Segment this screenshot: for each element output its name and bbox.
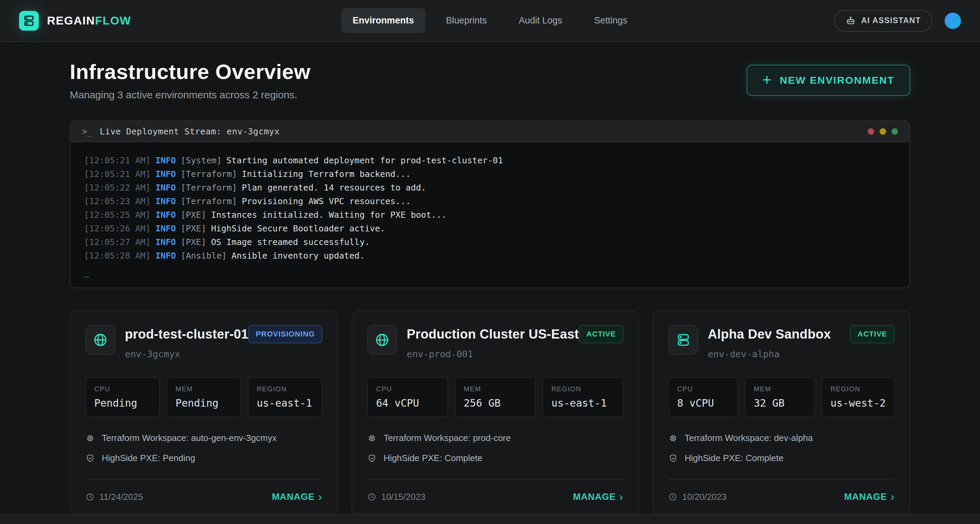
created-date-text: 10/15/2023 [381,492,425,502]
log-tag: [Ansible] [181,251,227,261]
log-message: Plan generated. 14 resources to add. [242,183,426,193]
environment-card-alpha-dev-sandbox: Alpha Dev Sandbox ACTIVE env-dev-alpha C… [653,310,910,516]
main-content: Infrastructure Overview Managing 3 activ… [0,42,980,516]
user-avatar[interactable] [945,13,961,29]
pxe-status-text: HighSide PXE: Complete [685,453,783,463]
log-message: Provisioning AWS VPC resources... [242,196,411,206]
stat-value: us-east-1 [256,397,313,409]
window-dot-green-icon[interactable] [891,128,898,135]
brand[interactable]: REGAINFLOW [19,11,131,30]
manage-link[interactable]: MANAGE › [573,491,624,502]
card-header-main: prod-test-cluster-01 PROVISIONING env-3g… [125,325,322,359]
terraform-workspace-row: Terraform Workspace: dev-alpha [668,433,894,443]
stat-value: 32 GB [754,397,806,409]
stat-label: REGION [256,385,313,393]
plus-icon: + [762,72,772,88]
log-timestamp: [12:05:27 AM] [84,237,151,247]
terminal-prompt-icon: >_ [82,127,92,137]
manage-label: MANAGE [272,492,315,502]
stat-cpu: CPU 8 vCPU [668,377,738,417]
terraform-workspace-row: Terraform Workspace: prod-core [367,433,624,443]
stat-label: MEM [464,385,527,393]
environment-cards: prod-test-cluster-01 PROVISIONING env-3g… [70,310,910,516]
stats-row: CPU Pending MEM Pending REGION us-east-1 [86,377,322,417]
page-title: Infrastructure Overview [70,59,311,84]
brand-logo-server-icon [19,11,39,30]
main-nav: Environments Blueprints Audit Logs Setti… [341,8,639,33]
stats-row: CPU 8 vCPU MEM 32 GB REGION us-west-2 [668,377,894,417]
stat-value: Pending [176,397,232,409]
log-tag: [PXE] [181,210,206,220]
chip-icon [86,433,95,443]
window-dot-red-icon[interactable] [868,128,874,135]
brand-name-accent: FLOW [95,14,131,27]
chevron-right-icon: › [318,491,322,502]
log-line: [12:05:28 AM]INFO[Ansible]Ansible invent… [84,249,896,263]
card-header: Production Cluster US-East ACTIVE env-pr… [367,325,624,359]
chip-icon [668,433,678,443]
nav-item-settings[interactable]: Settings [582,8,639,33]
new-environment-button[interactable]: + NEW ENVIRONMENT [746,65,910,96]
environment-name: prod-test-cluster-01 [125,327,248,342]
stat-value: 8 vCPU [677,397,729,409]
window-dot-yellow-icon[interactable] [880,128,886,135]
brand-name: REGAINFLOW [47,14,131,27]
nav-item-environments[interactable]: Environments [341,8,425,33]
card-header-main: Production Cluster US-East ACTIVE env-pr… [407,325,624,359]
chevron-right-icon: › [891,491,894,502]
terminal-title: Live Deployment Stream: env-3gcmyx [100,127,280,137]
log-timestamp: [12:05:28 AM] [84,251,151,261]
log-level: INFO [156,156,176,166]
new-environment-label: NEW ENVIRONMENT [780,75,895,86]
created-date: 11/24/2025 [86,492,143,502]
manage-link[interactable]: MANAGE › [844,491,894,502]
stat-region: REGION us-west-2 [821,377,894,417]
stat-label: REGION [551,385,614,393]
brand-name-primary: REGAIN [47,14,95,27]
log-timestamp: [12:05:22 AM] [84,183,151,193]
stat-value: 64 vCPU [376,397,439,409]
status-badge: ACTIVE [579,325,624,343]
stat-label: CPU [376,385,439,393]
status-badge: PROVISIONING [248,325,322,343]
log-line: [12:05:26 AM]INFO[PXE]HighSide Secure Bo… [84,222,896,236]
stat-value: 256 GB [464,397,527,409]
manage-label: MANAGE [844,492,887,502]
log-line: [12:05:22 AM]INFO[Terraform]Plan generat… [84,181,896,194]
nav-item-audit-logs[interactable]: Audit Logs [507,8,574,33]
manage-link[interactable]: MANAGE › [272,491,322,502]
created-date: 10/20/2023 [668,492,727,502]
chevron-right-icon: › [619,491,624,502]
top-bar: REGAINFLOW Environments Blueprints Audit… [0,0,980,42]
pxe-status-row: HighSide PXE: Complete [367,453,624,463]
card-footer: 10/15/2023 MANAGE › [367,479,624,502]
terraform-workspace-row: Terraform Workspace: auto-gen-env-3gcmyx [86,433,322,443]
terminal-body: [12:05:21 AM]INFO[System]Starting automa… [70,142,910,288]
terminal-cursor: _ [84,268,896,277]
nav-item-blueprints[interactable]: Blueprints [434,8,498,33]
log-message: HighSide Secure Bootloader active. [211,223,385,233]
stat-region: REGION us-east-1 [542,377,624,417]
log-timestamp: [12:05:21 AM] [84,169,151,179]
card-footer: 11/24/2025 MANAGE › [86,479,322,502]
card-footer: 10/20/2023 MANAGE › [668,479,894,502]
terminal-header: >_ Live Deployment Stream: env-3gcmyx [70,121,910,142]
environment-card-production-cluster-us-east: Production Cluster US-East ACTIVE env-pr… [352,310,639,516]
stat-region: REGION us-east-1 [248,377,322,417]
shield-check-icon [668,454,678,463]
stat-mem: MEM Pending [167,377,241,417]
card-header: Alpha Dev Sandbox ACTIVE env-dev-alpha [668,325,894,359]
card-header-main: Alpha Dev Sandbox ACTIVE env-dev-alpha [708,325,894,359]
environment-id: env-prod-001 [407,349,624,359]
stat-mem: MEM 32 GB [745,377,815,417]
globe-icon [367,325,397,355]
ai-assistant-button[interactable]: AI ASSISTANT [834,10,932,32]
log-level: INFO [156,251,176,261]
log-timestamp: [12:05:23 AM] [84,196,151,206]
log-level: INFO [156,223,176,233]
terraform-workspace-text: Terraform Workspace: prod-core [383,433,511,443]
log-line: [12:05:23 AM]INFO[Terraform]Provisioning… [84,194,896,208]
log-line: [12:05:27 AM]INFO[PXE]OS Image streamed … [84,236,896,249]
created-date: 10/15/2023 [367,492,425,502]
terraform-workspace-text: Terraform Workspace: dev-alpha [685,433,813,443]
